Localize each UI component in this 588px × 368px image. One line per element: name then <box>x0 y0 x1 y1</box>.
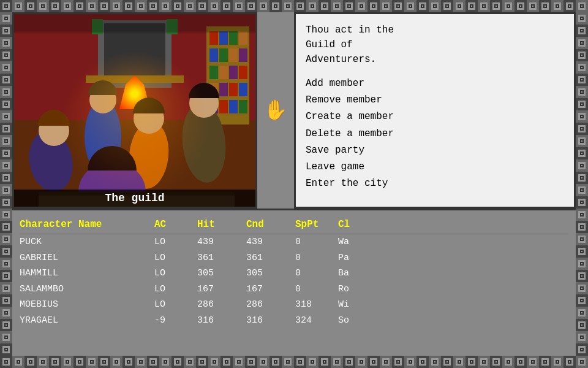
char-cl: Wa <box>338 234 369 250</box>
char-cl: Ba <box>338 266 369 282</box>
char-name: HAMMILL <box>20 266 154 282</box>
char-ac: LO <box>154 266 197 282</box>
table-header-row: Character Name AC Hit Cnd SpPt Cl <box>20 215 568 234</box>
char-ac: LO <box>154 234 197 250</box>
table-row: YRAGAEL -9 316 316 324 So <box>20 313 568 329</box>
char-hit: 361 <box>197 250 246 266</box>
top-section: The guild ✋ Thou act in the Guild of Adv… <box>12 12 576 209</box>
char-hit: 439 <box>197 234 246 250</box>
char-hit: 167 <box>197 282 246 297</box>
char-ac: LO <box>154 282 197 297</box>
character-table-section: Character Name AC Hit Cnd SpPt Cl PUCK L… <box>12 210 576 356</box>
char-name: PUCK <box>20 234 154 250</box>
intro-line3: Adventurers. <box>306 54 376 65</box>
col-header-name: Character Name <box>20 219 154 230</box>
menu-item-3[interactable]: Delete a member <box>306 126 564 142</box>
hand-cursor-icon: ✋ <box>257 92 294 129</box>
char-cnd: 439 <box>246 234 295 250</box>
guild-image-panel: The guild <box>12 12 257 209</box>
table-row: HAMMILL LO 305 305 0 Ba <box>20 266 568 282</box>
hand-icon: ✋ <box>263 98 288 123</box>
char-ac: LO <box>154 297 197 313</box>
main-content: The guild ✋ Thou act in the Guild of Adv… <box>12 12 576 356</box>
menu-item-5[interactable]: Leave game <box>306 159 564 175</box>
char-cl: Ro <box>338 282 369 297</box>
col-header-sppt: SpPt <box>295 219 338 230</box>
table-row: MOEBIUS LO 286 286 318 Wi <box>20 297 568 313</box>
char-name: YRAGAEL <box>20 313 154 329</box>
menu-item-2[interactable]: Create a member <box>306 109 564 125</box>
char-sppt: 0 <box>295 250 338 266</box>
menu-item-0[interactable]: Add member <box>306 75 564 92</box>
menu-item-1[interactable]: Remove member <box>306 92 564 109</box>
char-name: MOEBIUS <box>20 297 154 313</box>
menu-panel: Thou act in the Guild of Adventurers. Ad… <box>294 12 576 209</box>
menu-items: Add memberRemove memberCreate a memberDe… <box>306 75 564 192</box>
table-row: PUCK LO 439 439 0 Wa <box>20 234 568 250</box>
char-sppt: 324 <box>295 313 338 329</box>
table-row: GABRIEL LO 361 361 0 Pa <box>20 250 568 266</box>
char-sppt: 318 <box>295 297 338 313</box>
intro-line2: Guild of <box>306 39 353 50</box>
char-hit: 305 <box>197 266 246 282</box>
guild-label: The guild <box>14 190 255 207</box>
col-header-cl: Cl <box>338 219 369 230</box>
table-row: SALAMMBO LO 167 167 0 Ro <box>20 282 568 297</box>
char-sppt: 0 <box>295 282 338 297</box>
menu-intro: Thou act in the Guild of Adventurers. <box>306 23 564 67</box>
menu-item-4[interactable]: Save party <box>306 142 564 159</box>
intro-line1: Thou act in the <box>306 25 394 36</box>
char-cl: Wi <box>338 297 369 313</box>
char-cnd: 286 <box>246 297 295 313</box>
char-name: SALAMMBO <box>20 282 154 297</box>
char-sppt: 0 <box>295 266 338 282</box>
char-cl: So <box>338 313 369 329</box>
outer-frame: The guild ✋ Thou act in the Guild of Adv… <box>0 0 588 368</box>
char-sppt: 0 <box>295 234 338 250</box>
char-hit: 316 <box>197 313 246 329</box>
character-rows: PUCK LO 439 439 0 Wa GABRIEL LO 361 361 … <box>20 234 568 328</box>
char-cnd: 305 <box>246 266 295 282</box>
char-hit: 286 <box>197 297 246 313</box>
char-cnd: 167 <box>246 282 295 297</box>
char-cnd: 361 <box>246 250 295 266</box>
char-cl: Pa <box>338 250 369 266</box>
char-ac: LO <box>154 250 197 266</box>
col-header-hit: Hit <box>197 219 246 230</box>
menu-item-6[interactable]: Enter the city <box>306 175 564 192</box>
char-cnd: 316 <box>246 313 295 329</box>
col-header-ac: AC <box>154 219 197 230</box>
char-ac: -9 <box>154 313 197 329</box>
col-header-cnd: Cnd <box>246 219 295 230</box>
char-name: GABRIEL <box>20 250 154 266</box>
